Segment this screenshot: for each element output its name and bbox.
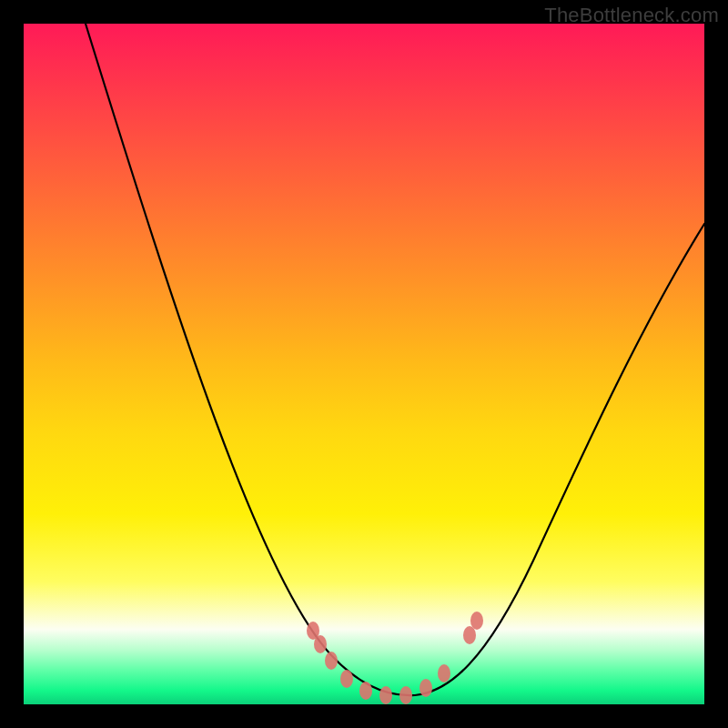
watermark-text: TheBottleneck.com xyxy=(544,4,719,27)
curve-marker xyxy=(340,670,353,688)
curve-marker xyxy=(399,686,412,704)
bottleneck-curve xyxy=(86,24,704,695)
curve-marker xyxy=(325,652,338,670)
curve-marker xyxy=(438,664,450,682)
marker-group xyxy=(307,612,483,704)
curve-marker xyxy=(359,682,372,700)
chart-svg xyxy=(24,24,704,704)
curve-marker xyxy=(463,626,476,644)
chart-frame: TheBottleneck.com xyxy=(0,0,728,728)
curve-marker xyxy=(420,679,432,697)
curve-marker xyxy=(470,612,483,630)
curve-marker xyxy=(379,686,392,704)
curve-marker xyxy=(314,635,327,653)
